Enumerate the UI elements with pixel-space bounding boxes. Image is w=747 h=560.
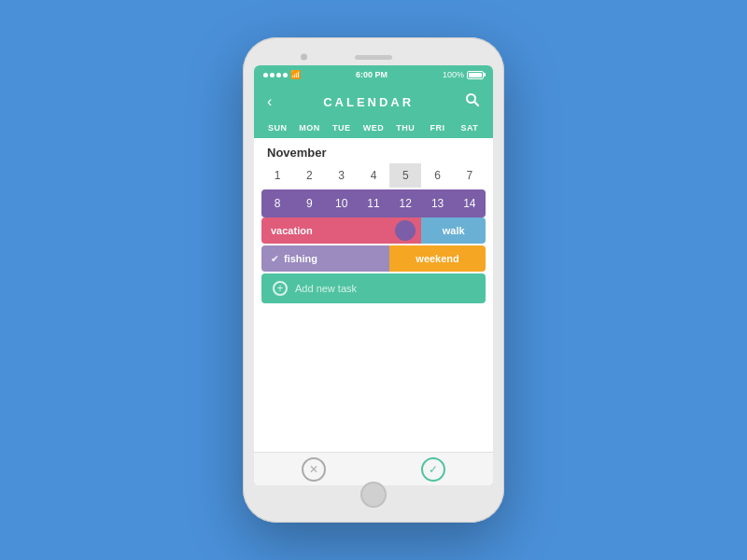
month-label: November	[254, 138, 493, 163]
phone-camera	[301, 54, 307, 61]
phone-frame: 📶 6:00 PM 100% ‹ CALENDAR SUN	[243, 37, 504, 523]
add-task-button[interactable]: + Add new task	[261, 273, 486, 303]
phone-screen: 📶 6:00 PM 100% ‹ CALENDAR SUN	[254, 65, 493, 485]
add-task-label: Add new task	[295, 283, 357, 294]
phone-bottom	[254, 485, 493, 504]
day-fri: FRI	[421, 123, 453, 133]
tasks-section: vacation walk ✔ fishing	[261, 217, 486, 272]
week-row-1: 1 2 3 4 5 6 7	[254, 163, 493, 188]
vacation-task[interactable]: vacation	[261, 217, 389, 244]
day-11[interactable]: 11	[358, 189, 389, 217]
week-row-2: 8 9 10 11 12 13 14	[261, 189, 486, 217]
back-button[interactable]: ‹	[267, 93, 272, 110]
day-mon: MON	[293, 123, 325, 133]
day-sun: SUN	[261, 123, 293, 133]
day-tue: TUE	[326, 123, 358, 133]
home-button[interactable]	[360, 482, 387, 508]
day-4[interactable]: 4	[358, 163, 389, 188]
day-6[interactable]: 6	[421, 163, 453, 188]
calendar-header: ‹ CALENDAR	[254, 84, 493, 119]
bottom-nav: ✕ ✓	[254, 452, 493, 485]
calendar-body: November 1 2 3 4 5 6 7 8 9 10 11 12 13 1…	[254, 138, 493, 452]
checkmark-icon: ✔	[271, 254, 278, 264]
signal-dots	[263, 73, 288, 77]
day-8[interactable]: 8	[261, 189, 293, 217]
day-1[interactable]: 1	[261, 163, 293, 188]
day-wed: WED	[358, 123, 389, 133]
cancel-nav-button[interactable]: ✕	[302, 457, 326, 482]
task-row-2: ✔ fishing weekend	[261, 245, 486, 272]
add-icon: +	[273, 281, 288, 296]
task-circle-divider	[389, 217, 421, 244]
day-7[interactable]: 7	[454, 163, 486, 188]
check-icon: ✓	[429, 463, 438, 476]
purple-circle-icon	[395, 220, 416, 241]
status-right: 100%	[443, 70, 484, 79]
day-5[interactable]: 5	[389, 163, 421, 188]
day-13[interactable]: 13	[421, 189, 453, 217]
fishing-task[interactable]: ✔ fishing	[261, 245, 389, 272]
day-14[interactable]: 14	[454, 189, 486, 217]
day-10[interactable]: 10	[326, 189, 358, 217]
day-2[interactable]: 2	[293, 163, 325, 188]
day-9[interactable]: 9	[293, 189, 325, 217]
battery-percent: 100%	[443, 70, 464, 79]
walk-task[interactable]: walk	[421, 217, 486, 244]
close-icon: ✕	[309, 463, 318, 476]
wifi-icon: 📶	[290, 70, 301, 79]
confirm-nav-button[interactable]: ✓	[421, 457, 445, 482]
day-sat: SAT	[454, 123, 486, 133]
day-12[interactable]: 12	[389, 189, 421, 217]
day-thu: THU	[389, 123, 421, 133]
day-headers: SUN MON TUE WED THU FRI SAT	[254, 119, 493, 138]
svg-line-1	[474, 102, 478, 105]
phone-speaker	[355, 55, 392, 60]
header-title: CALENDAR	[323, 95, 414, 109]
weekend-task[interactable]: weekend	[389, 245, 486, 272]
day-3[interactable]: 3	[326, 163, 358, 188]
task-row-1: vacation walk	[261, 217, 486, 244]
phone-notch	[254, 49, 493, 65]
battery-icon	[467, 71, 484, 79]
status-bar: 📶 6:00 PM 100%	[254, 65, 493, 84]
status-left: 📶	[263, 70, 301, 79]
search-button[interactable]	[465, 92, 480, 111]
status-time: 6:00 PM	[356, 70, 388, 79]
